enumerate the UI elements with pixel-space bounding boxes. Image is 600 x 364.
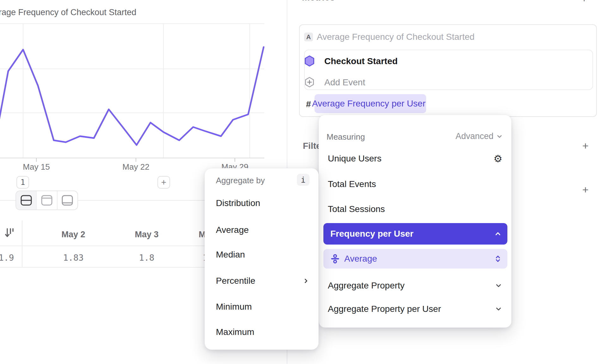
metric-letter-badge: A — [304, 33, 313, 41]
table-cell: 1.9 — [0, 253, 14, 263]
event-hexagon-icon — [304, 55, 315, 67]
add-breakdown-icon[interactable]: + — [582, 184, 589, 196]
add-button[interactable]: + — [157, 176, 170, 189]
split-top-icon — [40, 195, 53, 206]
layout-split-middle-button[interactable] — [16, 191, 37, 209]
split-middle-icon — [20, 195, 33, 206]
split-bottom-icon — [61, 195, 74, 206]
menu-item-total-events[interactable]: Total Events — [328, 179, 376, 189]
menu-item-maximum[interactable]: Maximum — [216, 327, 254, 337]
menu-item-aggregate-property[interactable]: Aggregate Property — [328, 281, 502, 291]
table-cell: 1.83 — [63, 253, 83, 263]
menu-item-frequency-per-user[interactable]: Frequency per User — [323, 223, 507, 245]
menu-item-average-aggregation[interactable]: Average — [323, 249, 507, 269]
menu-item-unique-users[interactable]: Unique Users ⚙ — [328, 154, 502, 164]
add-event-button[interactable]: Add Event — [324, 77, 365, 88]
analytics-report-screen: Average Frequency of Checkout Started Ma… — [0, 0, 600, 364]
numeric-hash-symbol: # — [306, 99, 311, 109]
sort-descending-icon[interactable] — [5, 227, 15, 239]
gear-icon[interactable]: ⚙ — [493, 154, 502, 164]
layout-toggle-group — [15, 191, 78, 210]
chevron-down-icon — [495, 305, 502, 313]
table-cell: 1.8 — [139, 253, 155, 263]
menu-item-aggregate-property-per-user[interactable]: Aggregate Property per User — [328, 304, 502, 314]
table-header-may2[interactable]: May 2 — [61, 230, 85, 240]
measuring-label: Measuring — [327, 132, 365, 142]
info-icon[interactable]: i — [297, 174, 309, 186]
aggregate-by-popup: Aggregate by i Distribution Average Medi… — [205, 168, 319, 350]
aggregate-by-label: Aggregate by — [216, 176, 265, 185]
average-divide-icon — [330, 254, 340, 264]
advanced-label: Advanced — [456, 131, 493, 141]
add-event-hexagon-icon[interactable] — [304, 76, 315, 88]
table-column-divider — [22, 221, 22, 267]
metrics-section-heading: Metrics — [302, 0, 335, 3]
measuring-popup: Measuring Advanced Unique Users ⚙ Total … — [319, 115, 511, 328]
add-metric-icon[interactable]: + — [581, 0, 587, 5]
x-axis-tick-label: May 15 — [23, 162, 50, 172]
chevron-up-icon — [494, 230, 502, 238]
menu-item-distribution[interactable]: Distribution — [216, 198, 260, 208]
menu-item-percentile[interactable]: Percentile — [216, 276, 309, 286]
up-down-chevrons-icon — [494, 255, 502, 263]
menu-item-average[interactable]: Average — [216, 225, 249, 235]
measurement-dropdown-label: Average Frequency per User — [312, 99, 426, 109]
event-name[interactable]: Checkout Started — [324, 56, 398, 66]
page-number-button[interactable]: 1 — [16, 176, 29, 189]
layout-header-top-button[interactable] — [37, 191, 57, 209]
chevron-down-icon — [495, 282, 502, 289]
chevron-right-icon — [303, 277, 309, 284]
chevron-down-icon — [496, 133, 503, 140]
menu-item-median[interactable]: Median — [216, 250, 245, 260]
measurement-dropdown[interactable]: Average Frequency per User — [315, 94, 426, 113]
layout-footer-bottom-button[interactable] — [58, 191, 77, 209]
table-header-may3[interactable]: May 3 — [135, 230, 158, 240]
frequency-line-chart — [0, 0, 287, 177]
advanced-toggle[interactable]: Advanced — [456, 131, 503, 141]
menu-item-minimum[interactable]: Minimum — [216, 302, 252, 312]
menu-item-total-sessions[interactable]: Total Sessions — [328, 204, 385, 214]
chart-line-series — [0, 47, 264, 149]
add-filter-icon[interactable]: + — [582, 140, 589, 152]
metric-name-input[interactable]: Average Frequency of Checkout Started — [317, 33, 474, 41]
x-axis-tick-label: May 22 — [122, 162, 149, 172]
